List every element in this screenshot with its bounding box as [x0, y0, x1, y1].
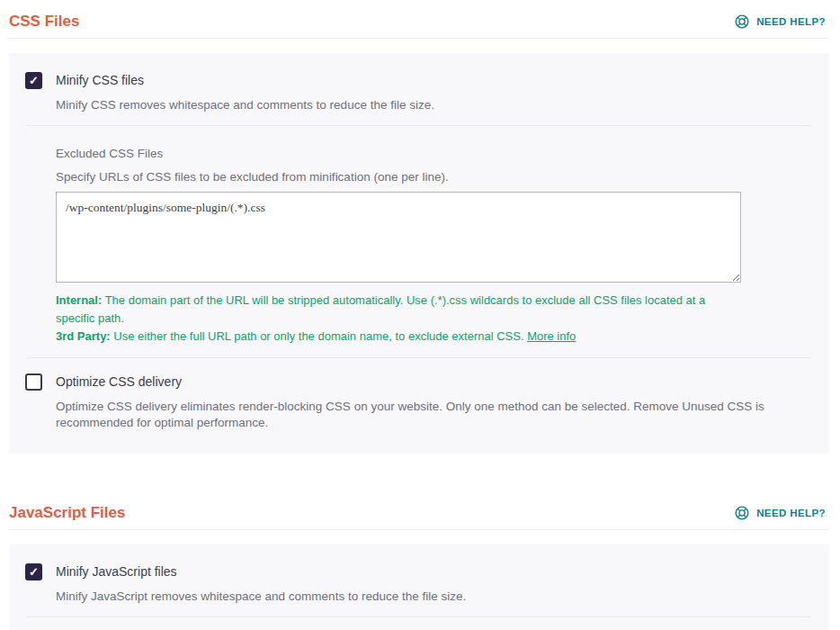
minify-css-description: Minify CSS removes whitespace and commen…: [56, 97, 434, 113]
excluded-css-description: Specify URLs of CSS files to be excluded…: [56, 169, 811, 185]
checkmark-icon: ✓: [29, 566, 39, 578]
more-info-link[interactable]: More info: [527, 329, 576, 343]
css-header-divider: [9, 38, 829, 39]
optimize-css-label[interactable]: Optimize CSS delivery: [56, 374, 811, 391]
css-settings-panel: ✓ Minify CSS files Minify CSS removes wh…: [9, 53, 829, 454]
optimize-css-setting: Optimize CSS delivery Optimize CSS deliv…: [25, 374, 811, 431]
optimize-css-description: Optimize CSS delivery eliminates render-…: [56, 399, 811, 431]
need-help-label: NEED HELP?: [756, 508, 826, 518]
excluded-css-textarea[interactable]: /wp-content/plugins/some-plugin/(.*).css: [56, 192, 741, 283]
panel-divider: [27, 357, 811, 358]
panel-divider: [27, 616, 811, 617]
lifebuoy-icon: [734, 505, 750, 521]
js-files-title: JavaScript Files: [9, 504, 125, 522]
css-files-title: CSS Files: [9, 13, 79, 31]
minify-css-checkbox[interactable]: ✓: [25, 72, 42, 89]
notice-3rdparty-text: Use either the full URL path or only the…: [111, 329, 527, 343]
css-files-section: CSS Files NEED HELP? ✓ Minif: [0, 0, 840, 454]
js-settings-panel: ✓ Minify JavaScript files Minify JavaScr…: [9, 544, 829, 630]
css-files-header: CSS Files NEED HELP?: [0, 0, 840, 31]
lifebuoy-icon: [734, 14, 750, 30]
minify-js-label[interactable]: Minify JavaScript files: [56, 563, 466, 580]
excluded-css-notice: Internal: The domain part of the URL wil…: [56, 292, 746, 346]
css-need-help-link[interactable]: NEED HELP?: [734, 14, 826, 30]
minify-css-label[interactable]: Minify CSS files: [56, 72, 434, 89]
notice-3rdparty-line: 3rd Party: Use either the full URL path …: [56, 328, 746, 346]
minify-js-description: Minify JavaScript removes whitespace and…: [56, 589, 466, 605]
js-header-divider: [9, 529, 829, 530]
minify-js-checkbox[interactable]: ✓: [25, 563, 42, 580]
optimize-css-checkbox[interactable]: [25, 374, 42, 391]
notice-internal-label: Internal:: [56, 293, 102, 307]
js-need-help-link[interactable]: NEED HELP?: [734, 505, 826, 521]
excluded-css-block: Excluded CSS Files Specify URLs of CSS f…: [56, 146, 811, 346]
minify-js-setting: ✓ Minify JavaScript files Minify JavaScr…: [25, 563, 811, 605]
panel-divider: [27, 125, 811, 126]
checkmark-icon: ✓: [29, 75, 39, 86]
minify-css-setting: ✓ Minify CSS files Minify CSS removes wh…: [25, 72, 811, 113]
need-help-label: NEED HELP?: [756, 16, 826, 27]
js-files-section: JavaScript Files NEED HELP? ✓: [0, 491, 840, 630]
excluded-css-label: Excluded CSS Files: [56, 146, 811, 162]
notice-internal-line: Internal: The domain part of the URL wil…: [56, 292, 746, 328]
js-files-header: JavaScript Files NEED HELP?: [0, 491, 840, 522]
notice-internal-text: The domain part of the URL will be strip…: [56, 293, 705, 325]
notice-3rdparty-label: 3rd Party:: [56, 329, 111, 343]
